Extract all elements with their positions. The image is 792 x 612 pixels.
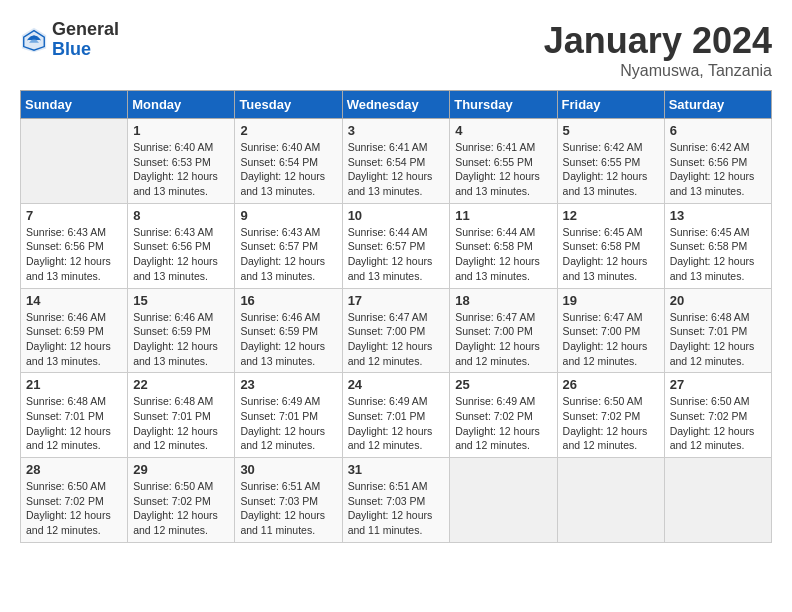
day-number: 8 — [133, 208, 229, 223]
day-number: 18 — [455, 293, 551, 308]
calendar-cell: 27Sunrise: 6:50 AMSunset: 7:02 PMDayligh… — [664, 373, 771, 458]
calendar-header: Sunday Monday Tuesday Wednesday Thursday… — [21, 91, 772, 119]
day-number: 4 — [455, 123, 551, 138]
day-number: 9 — [240, 208, 336, 223]
calendar-cell: 13Sunrise: 6:45 AMSunset: 6:58 PMDayligh… — [664, 203, 771, 288]
title-block: January 2024 Nyamuswa, Tanzania — [544, 20, 772, 80]
calendar-week-row: 14Sunrise: 6:46 AMSunset: 6:59 PMDayligh… — [21, 288, 772, 373]
logo: General Blue — [20, 20, 119, 60]
day-number: 19 — [563, 293, 659, 308]
calendar-cell — [557, 458, 664, 543]
logo-icon — [20, 26, 48, 54]
cell-sun-info: Sunrise: 6:48 AMSunset: 7:01 PMDaylight:… — [670, 310, 766, 369]
day-number: 27 — [670, 377, 766, 392]
calendar-title: January 2024 — [544, 20, 772, 62]
calendar-week-row: 28Sunrise: 6:50 AMSunset: 7:02 PMDayligh… — [21, 458, 772, 543]
day-number: 15 — [133, 293, 229, 308]
calendar-cell — [21, 119, 128, 204]
cell-sun-info: Sunrise: 6:46 AMSunset: 6:59 PMDaylight:… — [26, 310, 122, 369]
header-tuesday: Tuesday — [235, 91, 342, 119]
cell-sun-info: Sunrise: 6:43 AMSunset: 6:56 PMDaylight:… — [133, 225, 229, 284]
cell-sun-info: Sunrise: 6:50 AMSunset: 7:02 PMDaylight:… — [133, 479, 229, 538]
cell-sun-info: Sunrise: 6:50 AMSunset: 7:02 PMDaylight:… — [26, 479, 122, 538]
calendar-cell: 3Sunrise: 6:41 AMSunset: 6:54 PMDaylight… — [342, 119, 450, 204]
day-number: 28 — [26, 462, 122, 477]
calendar-cell: 16Sunrise: 6:46 AMSunset: 6:59 PMDayligh… — [235, 288, 342, 373]
cell-sun-info: Sunrise: 6:47 AMSunset: 7:00 PMDaylight:… — [455, 310, 551, 369]
calendar-week-row: 1Sunrise: 6:40 AMSunset: 6:53 PMDaylight… — [21, 119, 772, 204]
calendar-week-row: 21Sunrise: 6:48 AMSunset: 7:01 PMDayligh… — [21, 373, 772, 458]
day-number: 17 — [348, 293, 445, 308]
header-monday: Monday — [128, 91, 235, 119]
cell-sun-info: Sunrise: 6:49 AMSunset: 7:02 PMDaylight:… — [455, 394, 551, 453]
calendar-cell: 18Sunrise: 6:47 AMSunset: 7:00 PMDayligh… — [450, 288, 557, 373]
cell-sun-info: Sunrise: 6:47 AMSunset: 7:00 PMDaylight:… — [563, 310, 659, 369]
calendar-cell: 14Sunrise: 6:46 AMSunset: 6:59 PMDayligh… — [21, 288, 128, 373]
day-number: 10 — [348, 208, 445, 223]
cell-sun-info: Sunrise: 6:46 AMSunset: 6:59 PMDaylight:… — [133, 310, 229, 369]
cell-sun-info: Sunrise: 6:51 AMSunset: 7:03 PMDaylight:… — [348, 479, 445, 538]
calendar-cell: 17Sunrise: 6:47 AMSunset: 7:00 PMDayligh… — [342, 288, 450, 373]
cell-sun-info: Sunrise: 6:45 AMSunset: 6:58 PMDaylight:… — [670, 225, 766, 284]
calendar-cell: 15Sunrise: 6:46 AMSunset: 6:59 PMDayligh… — [128, 288, 235, 373]
calendar-cell: 4Sunrise: 6:41 AMSunset: 6:55 PMDaylight… — [450, 119, 557, 204]
day-number: 22 — [133, 377, 229, 392]
calendar-cell: 26Sunrise: 6:50 AMSunset: 7:02 PMDayligh… — [557, 373, 664, 458]
cell-sun-info: Sunrise: 6:40 AMSunset: 6:53 PMDaylight:… — [133, 140, 229, 199]
day-number: 25 — [455, 377, 551, 392]
cell-sun-info: Sunrise: 6:47 AMSunset: 7:00 PMDaylight:… — [348, 310, 445, 369]
day-number: 26 — [563, 377, 659, 392]
calendar-cell — [664, 458, 771, 543]
calendar-cell: 5Sunrise: 6:42 AMSunset: 6:55 PMDaylight… — [557, 119, 664, 204]
calendar-week-row: 7Sunrise: 6:43 AMSunset: 6:56 PMDaylight… — [21, 203, 772, 288]
cell-sun-info: Sunrise: 6:49 AMSunset: 7:01 PMDaylight:… — [348, 394, 445, 453]
calendar-cell: 25Sunrise: 6:49 AMSunset: 7:02 PMDayligh… — [450, 373, 557, 458]
cell-sun-info: Sunrise: 6:42 AMSunset: 6:56 PMDaylight:… — [670, 140, 766, 199]
calendar-cell: 30Sunrise: 6:51 AMSunset: 7:03 PMDayligh… — [235, 458, 342, 543]
day-number: 3 — [348, 123, 445, 138]
page-header: General Blue January 2024 Nyamuswa, Tanz… — [20, 20, 772, 80]
cell-sun-info: Sunrise: 6:44 AMSunset: 6:57 PMDaylight:… — [348, 225, 445, 284]
calendar-cell: 31Sunrise: 6:51 AMSunset: 7:03 PMDayligh… — [342, 458, 450, 543]
cell-sun-info: Sunrise: 6:45 AMSunset: 6:58 PMDaylight:… — [563, 225, 659, 284]
calendar-cell: 24Sunrise: 6:49 AMSunset: 7:01 PMDayligh… — [342, 373, 450, 458]
cell-sun-info: Sunrise: 6:42 AMSunset: 6:55 PMDaylight:… — [563, 140, 659, 199]
header-wednesday: Wednesday — [342, 91, 450, 119]
day-number: 14 — [26, 293, 122, 308]
cell-sun-info: Sunrise: 6:50 AMSunset: 7:02 PMDaylight:… — [563, 394, 659, 453]
day-number: 5 — [563, 123, 659, 138]
day-number: 16 — [240, 293, 336, 308]
day-number: 23 — [240, 377, 336, 392]
cell-sun-info: Sunrise: 6:48 AMSunset: 7:01 PMDaylight:… — [133, 394, 229, 453]
calendar-cell: 28Sunrise: 6:50 AMSunset: 7:02 PMDayligh… — [21, 458, 128, 543]
cell-sun-info: Sunrise: 6:40 AMSunset: 6:54 PMDaylight:… — [240, 140, 336, 199]
header-thursday: Thursday — [450, 91, 557, 119]
cell-sun-info: Sunrise: 6:41 AMSunset: 6:54 PMDaylight:… — [348, 140, 445, 199]
day-number: 11 — [455, 208, 551, 223]
calendar-cell: 9Sunrise: 6:43 AMSunset: 6:57 PMDaylight… — [235, 203, 342, 288]
calendar-cell: 19Sunrise: 6:47 AMSunset: 7:00 PMDayligh… — [557, 288, 664, 373]
calendar-cell: 1Sunrise: 6:40 AMSunset: 6:53 PMDaylight… — [128, 119, 235, 204]
cell-sun-info: Sunrise: 6:46 AMSunset: 6:59 PMDaylight:… — [240, 310, 336, 369]
day-number: 30 — [240, 462, 336, 477]
cell-sun-info: Sunrise: 6:48 AMSunset: 7:01 PMDaylight:… — [26, 394, 122, 453]
day-number: 21 — [26, 377, 122, 392]
cell-sun-info: Sunrise: 6:43 AMSunset: 6:57 PMDaylight:… — [240, 225, 336, 284]
day-number: 31 — [348, 462, 445, 477]
calendar-table: Sunday Monday Tuesday Wednesday Thursday… — [20, 90, 772, 543]
day-number: 7 — [26, 208, 122, 223]
day-number: 2 — [240, 123, 336, 138]
cell-sun-info: Sunrise: 6:44 AMSunset: 6:58 PMDaylight:… — [455, 225, 551, 284]
cell-sun-info: Sunrise: 6:49 AMSunset: 7:01 PMDaylight:… — [240, 394, 336, 453]
calendar-body: 1Sunrise: 6:40 AMSunset: 6:53 PMDaylight… — [21, 119, 772, 543]
calendar-cell: 2Sunrise: 6:40 AMSunset: 6:54 PMDaylight… — [235, 119, 342, 204]
day-number: 6 — [670, 123, 766, 138]
logo-blue-text: Blue — [52, 40, 119, 60]
day-number: 13 — [670, 208, 766, 223]
header-row: Sunday Monday Tuesday Wednesday Thursday… — [21, 91, 772, 119]
header-sunday: Sunday — [21, 91, 128, 119]
logo-general-text: General — [52, 20, 119, 40]
calendar-cell — [450, 458, 557, 543]
cell-sun-info: Sunrise: 6:41 AMSunset: 6:55 PMDaylight:… — [455, 140, 551, 199]
calendar-cell: 23Sunrise: 6:49 AMSunset: 7:01 PMDayligh… — [235, 373, 342, 458]
